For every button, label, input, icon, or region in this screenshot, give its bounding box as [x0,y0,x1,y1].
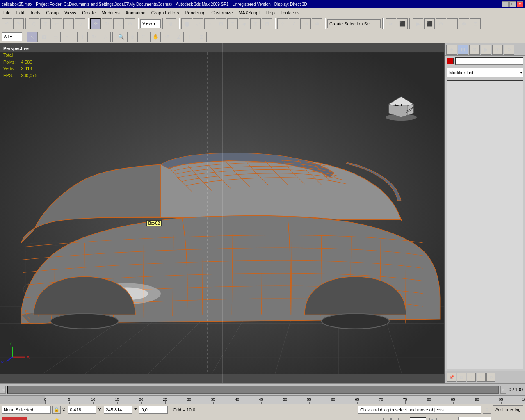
lock-selection-button[interactable]: 🔒 [52,406,61,414]
render-active-shade[interactable]: ☐ [447,18,458,29]
menu-customize[interactable]: Customize [209,9,235,16]
menu-views[interactable]: Views [62,9,79,16]
field-of-view-btn[interactable]: ⊻ [173,32,184,42]
move-button[interactable]: ✛ [77,32,88,42]
modify-tab[interactable]: ⊟ [458,45,468,55]
zoom-time-button[interactable]: 🔍 [429,418,437,420]
close-button[interactable]: × [517,1,523,7]
select-object-button[interactable]: ⬡ [29,18,39,29]
motion-tab[interactable]: ▶ [481,45,491,55]
go-to-end-button[interactable]: ▶| [399,418,406,420]
play-button[interactable]: ▶ [383,418,391,420]
zoom-horizontal-button[interactable]: ↔ [438,418,445,420]
z-coord-field[interactable]: 0,0 [139,406,168,414]
wire-color[interactable]: ⬛ [397,18,408,29]
menu-edit[interactable]: Edit [14,9,27,16]
align-button[interactable]: ≡ [204,18,215,29]
menu-tools[interactable]: Tools [27,9,43,16]
align-to-view[interactable]: ⊟ [262,18,272,29]
menu-graph-editors[interactable]: Graph Editors [149,9,182,16]
select-rect2[interactable]: ▭ [50,32,61,42]
arc-rotate-btn[interactable]: ↺ [162,32,172,42]
scale-button[interactable]: △ [100,32,111,42]
go-to-start-button[interactable]: |◀ [368,418,375,420]
make-unique-button[interactable]: ⊹ [467,373,476,382]
normal-align[interactable]: ⊡ [227,18,238,29]
use-pivot-point[interactable]: ◎ [166,18,176,29]
x-coord-field[interactable]: 0,418 [68,406,96,414]
redo-button[interactable]: ↷ [13,18,24,29]
pointer-button[interactable]: ↖ [27,32,38,42]
create-tab[interactable]: ✦ [446,45,457,55]
snap-spinner[interactable]: ⊗ [312,18,322,29]
zoom-vertical-button[interactable]: ↕ [446,418,453,420]
timeline-scroll-left[interactable]: ◀ [0,386,6,394]
all-filter-dropdown[interactable]: All ▾ [2,32,22,41]
set-key-button[interactable]: Set Key [29,417,50,420]
key-filters-button[interactable]: Key Filters... [493,417,523,420]
render-scene[interactable]: ▶ [413,18,423,29]
show-end-result[interactable]: ⊡ [457,373,466,382]
maximize-button[interactable]: □ [509,1,516,7]
quick-render[interactable]: ⬛ [424,18,435,29]
menu-tentacles[interactable]: Tentacles [278,9,302,16]
scene-material[interactable]: ⊗ [459,18,469,29]
auto-key-button[interactable]: Auto Key [2,417,27,420]
snap-percent[interactable]: % [300,18,311,29]
y-coord-field[interactable]: 245,814 [104,406,132,414]
snap-angle[interactable]: ∠ [289,18,299,29]
color-swatch[interactable] [447,58,454,64]
prev-frame-button[interactable]: ◀ [376,418,383,420]
align-camera[interactable]: ⊠ [250,18,261,29]
pan-btn[interactable]: ✋ [150,32,161,42]
render-type[interactable]: ⊕ [436,18,446,29]
pin-stack-button[interactable]: 📌 [447,373,456,382]
menu-group[interactable]: Group [43,9,61,16]
quick-align[interactable]: ⊟ [216,18,226,29]
select-by-name-button[interactable]: ⊞ [40,18,51,29]
ref-coord-dropdown[interactable]: View ▾ [140,19,161,28]
select-filter[interactable]: ⬤ [181,18,192,29]
add-time-tag-button[interactable]: Add Time Tag [493,405,523,414]
menu-file[interactable]: File [1,9,13,16]
next-frame-button[interactable]: ▶| [391,418,399,420]
select-and-rotate[interactable]: ↻ [102,18,112,29]
modifier-list-dropdown[interactable]: Modifier List ▾ [447,68,523,77]
zoom-region-btn[interactable]: ⬚ [139,32,149,42]
menu-animation[interactable]: Animation [123,9,148,16]
object-name-field[interactable] [455,57,523,65]
display-tab[interactable]: 👁 [492,45,503,55]
create-selection-set-button[interactable]: Create Selection Set [327,19,381,28]
timeline-scroll-right[interactable]: ▶ [500,386,506,394]
viewport[interactable]: X Z Y Perspective Total Polys: 4 580 Ver… [0,43,445,383]
nav-cube[interactable]: LEFT FRONT [383,93,420,121]
select-by-name-list[interactable]: ⊞ [39,32,49,42]
menu-maxscript[interactable]: MAXScript [236,9,262,16]
utilities-tab[interactable]: ⚙ [504,45,514,55]
zoom-extents-btn[interactable]: ⊹ [185,32,195,42]
menu-rendering[interactable]: Rendering [183,9,208,16]
select-region2[interactable]: ○ [62,32,72,42]
select-region-rect[interactable]: ▭ [52,18,62,29]
menu-help[interactable]: Help [263,9,277,16]
render-to-texture[interactable]: ⊡ [470,18,481,29]
current-frame-field[interactable]: 0 [410,417,426,420]
select-and-scale[interactable]: △ [113,18,124,29]
select-and-move[interactable]: ✛ [90,18,101,29]
snap-toggle-3d[interactable]: ⊹ [277,18,288,29]
menu-create[interactable]: Create [80,9,98,16]
selected-dropdown[interactable]: Selected ▾ [458,417,491,420]
place-highlight[interactable]: ◈ [239,18,249,29]
select-region-fence[interactable]: ◇ [75,18,85,29]
rotate-button[interactable]: ↻ [89,32,99,42]
menu-modifiers[interactable]: Modifiers [99,9,122,16]
mirror-button[interactable]: ⇄ [193,18,203,29]
select-and-place[interactable]: ⊕ [125,18,135,29]
undo-button[interactable]: ↶ [2,18,12,29]
configure-buttons[interactable]: ⚙ [486,373,495,382]
timeline-track[interactable] [7,386,499,394]
remove-modifier[interactable]: ✕ [477,373,486,382]
hierarchy-tab[interactable]: ⊕ [469,45,480,55]
zoom-extents-all-btn[interactable]: ⊞ [196,32,207,42]
zoom-btn[interactable]: 🔍 [116,32,126,42]
